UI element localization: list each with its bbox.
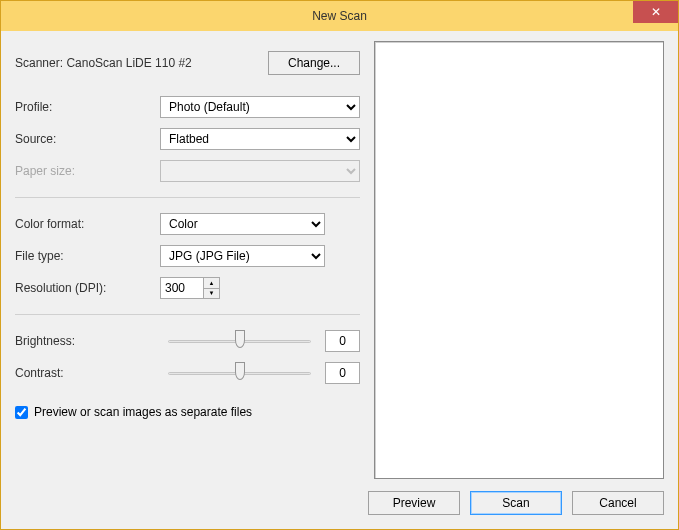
separate-files-checkbox[interactable]	[15, 406, 28, 419]
paper-size-select	[160, 160, 360, 182]
color-format-select[interactable]: Color	[160, 213, 325, 235]
preview-button[interactable]: Preview	[368, 491, 460, 515]
brightness-label: Brightness:	[15, 334, 160, 348]
divider	[15, 197, 360, 198]
contrast-slider[interactable]	[168, 362, 311, 384]
source-select[interactable]: Flatbed	[160, 128, 360, 150]
scan-button[interactable]: Scan	[470, 491, 562, 515]
divider	[15, 314, 360, 315]
scanner-label: Scanner: CanoScan LiDE 110 #2	[15, 56, 192, 70]
profile-label: Profile:	[15, 100, 160, 114]
resolution-spin-down[interactable]: ▼	[204, 289, 219, 299]
profile-select[interactable]: Photo (Default)	[160, 96, 360, 118]
client-area: Scanner: CanoScan LiDE 110 #2 Change... …	[1, 31, 678, 529]
new-scan-dialog: New Scan ✕ Scanner: CanoScan LiDE 110 #2…	[0, 0, 679, 530]
titlebar: New Scan ✕	[1, 1, 678, 31]
left-panel: Scanner: CanoScan LiDE 110 #2 Change... …	[15, 41, 360, 479]
scan-preview-area	[374, 41, 664, 479]
color-format-label: Color format:	[15, 217, 160, 231]
brightness-slider[interactable]	[168, 330, 311, 352]
brightness-value[interactable]: 0	[325, 330, 360, 352]
contrast-thumb[interactable]	[235, 362, 245, 380]
resolution-spin-up[interactable]: ▲	[204, 278, 219, 289]
resolution-label: Resolution (DPI):	[15, 281, 160, 295]
source-label: Source:	[15, 132, 160, 146]
contrast-value[interactable]: 0	[325, 362, 360, 384]
separate-files-label: Preview or scan images as separate files	[34, 405, 252, 419]
resolution-input[interactable]: 300 ▲ ▼	[160, 277, 220, 299]
close-icon: ✕	[651, 5, 661, 19]
button-bar: Preview Scan Cancel	[1, 483, 678, 529]
cancel-button[interactable]: Cancel	[572, 491, 664, 515]
file-type-label: File type:	[15, 249, 160, 263]
window-title: New Scan	[1, 9, 678, 23]
file-type-select[interactable]: JPG (JPG File)	[160, 245, 325, 267]
contrast-label: Contrast:	[15, 366, 160, 380]
paper-size-label: Paper size:	[15, 164, 160, 178]
change-scanner-button[interactable]: Change...	[268, 51, 360, 75]
brightness-thumb[interactable]	[235, 330, 245, 348]
close-button[interactable]: ✕	[633, 1, 678, 23]
